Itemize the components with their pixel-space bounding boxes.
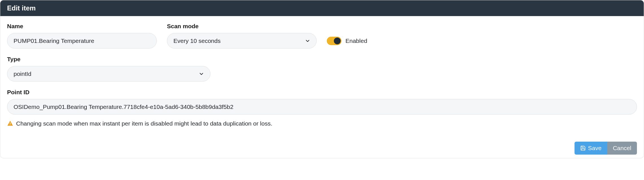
toggle-knob	[334, 38, 341, 44]
modal-title: Edit item	[7, 4, 36, 12]
cancel-button-label: Cancel	[613, 145, 631, 152]
type-field-group: Type pointId	[7, 56, 210, 82]
pointid-field-group: Point ID	[7, 89, 637, 115]
enabled-toggle[interactable]	[327, 37, 341, 45]
svg-rect-1	[10, 124, 10, 125]
name-label: Name	[7, 23, 157, 30]
scan-mode-select-wrap: Every 10 seconds	[167, 33, 317, 49]
edit-item-modal: Edit item Name Scan mode Every 10 second…	[0, 0, 644, 158]
save-button[interactable]: Save	[575, 142, 607, 155]
warning-message: Changing scan mode when max instant per …	[7, 120, 637, 127]
modal-header: Edit item	[0, 0, 644, 16]
row-name-scan-enabled: Name Scan mode Every 10 seconds	[7, 23, 637, 49]
svg-rect-0	[10, 122, 10, 124]
type-label: Type	[7, 56, 210, 63]
save-icon	[580, 145, 586, 151]
type-select-wrap: pointId	[7, 66, 210, 82]
save-button-label: Save	[588, 145, 602, 152]
name-input[interactable]	[7, 33, 157, 49]
pointid-input[interactable]	[7, 99, 637, 115]
modal-body: Name Scan mode Every 10 seconds	[0, 16, 644, 142]
pointid-label: Point ID	[7, 89, 637, 96]
scan-mode-label: Scan mode	[167, 23, 317, 30]
cancel-button[interactable]: Cancel	[607, 142, 637, 155]
scan-mode-select[interactable]: Every 10 seconds	[167, 33, 317, 49]
warning-text: Changing scan mode when max instant per …	[16, 120, 272, 127]
name-field-group: Name	[7, 23, 157, 49]
type-select[interactable]: pointId	[7, 66, 210, 82]
row-type: Type pointId	[7, 56, 637, 82]
scan-mode-field-group: Scan mode Every 10 seconds	[167, 23, 317, 49]
warning-icon	[7, 120, 13, 127]
enabled-label: Enabled	[345, 38, 367, 44]
modal-footer: Save Cancel	[0, 142, 644, 158]
enabled-toggle-group: Enabled	[327, 33, 367, 49]
